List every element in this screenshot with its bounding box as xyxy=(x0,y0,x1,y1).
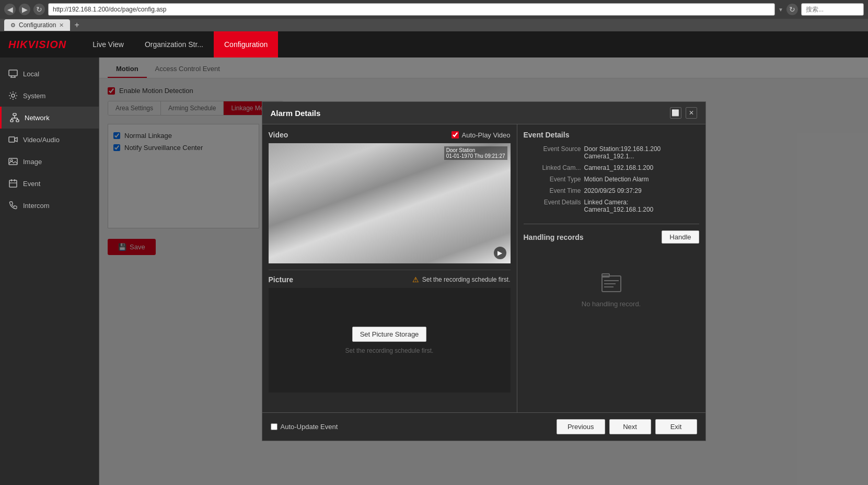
video-placeholder: Door Station 01-01-1970 Thu 09:21:27 ▶ xyxy=(269,143,511,263)
modal-title: Alarm Details xyxy=(271,109,321,118)
svg-rect-7 xyxy=(16,120,19,122)
modal-controls: ⬜ ✕ xyxy=(670,107,697,119)
video-play-button[interactable]: ▶ xyxy=(494,247,506,259)
sidebar-item-system[interactable]: System xyxy=(0,85,99,107)
event-source-label: Event Source xyxy=(524,145,581,160)
picture-note: Set the recording schedule first. xyxy=(345,347,434,354)
previous-button[interactable]: Previous xyxy=(557,419,605,434)
event-details-label: Event Details xyxy=(524,199,581,213)
sidebar: Local System Network Video/Audio xyxy=(0,57,99,485)
sidebar-item-event[interactable]: Event xyxy=(0,172,99,194)
video-time: 01-01-1970 Thu 09:21:27 xyxy=(446,153,505,159)
sidebar-label-system: System xyxy=(23,92,45,100)
browser-tab-bar: ⚙ Configuration ✕ + xyxy=(0,19,868,31)
event-row-type: Event Type Motion Detection Alarm xyxy=(524,176,699,183)
event-linked-cam-label: Linked Cam... xyxy=(524,164,581,171)
reload-button[interactable]: ↻ xyxy=(786,4,798,15)
sidebar-label-event: Event xyxy=(23,180,40,188)
browser-tab[interactable]: ⚙ Configuration ✕ xyxy=(4,19,70,31)
sidebar-label-local: Local xyxy=(23,70,39,78)
alarm-details-modal: Alarm Details ⬜ ✕ Video xyxy=(262,101,706,441)
nav-configuration[interactable]: Configuration xyxy=(214,31,278,57)
video-timestamp: Door Station 01-01-1970 Thu 09:21:27 xyxy=(444,146,507,160)
sidebar-item-intercom[interactable]: Intercom xyxy=(0,194,99,216)
video-section-title: Video xyxy=(269,131,288,139)
config-area: Motion Access Control Event Enable Motio… xyxy=(99,57,868,485)
handling-title: Handling records xyxy=(524,233,584,241)
main-content: Local System Network Video/Audio xyxy=(0,57,868,485)
picture-section: Picture ⚠ Set the recording schedule fir… xyxy=(269,270,511,392)
new-tab-icon[interactable]: + xyxy=(74,20,79,30)
svg-rect-21 xyxy=(604,280,619,281)
svg-marker-13 xyxy=(15,137,17,142)
svg-rect-14 xyxy=(9,158,17,165)
top-nav: HIKVISION Live View Organization Str... … xyxy=(0,31,868,57)
event-row-source: Event Source Door Station:192.168.1.200 … xyxy=(524,145,699,160)
next-button[interactable]: Next xyxy=(609,419,651,434)
tab-favicon: ⚙ xyxy=(10,22,16,29)
sidebar-label-video: Video/Audio xyxy=(23,136,60,144)
event-type-label: Event Type xyxy=(524,176,581,183)
network-icon xyxy=(10,113,19,122)
app: HIKVISION Live View Organization Str... … xyxy=(0,31,868,485)
modal-close-button[interactable]: ✕ xyxy=(686,107,697,119)
back-button[interactable]: ◀ xyxy=(4,4,16,15)
auto-update-row: Auto-Update Event xyxy=(271,423,338,431)
handling-header: Handling records Handle xyxy=(524,230,699,244)
svg-rect-12 xyxy=(9,137,15,142)
refresh-button[interactable]: ↻ xyxy=(33,4,45,15)
svg-rect-23 xyxy=(604,286,614,287)
video-player: Door Station 01-01-1970 Thu 09:21:27 ▶ xyxy=(269,143,511,263)
handle-button[interactable]: Handle xyxy=(662,230,699,244)
nav-live-view[interactable]: Live View xyxy=(82,31,134,57)
modal-footer: Auto-Update Event Previous Next Exit xyxy=(262,412,705,441)
image-icon xyxy=(8,157,18,166)
nav-organization[interactable]: Organization Str... xyxy=(134,31,214,57)
modal-left-panel: Video Auto-Play Video xyxy=(262,124,517,412)
sidebar-item-local[interactable]: Local xyxy=(0,63,99,85)
event-time-label: Event Time xyxy=(524,187,581,194)
auto-update-label: Auto-Update Event xyxy=(281,423,338,431)
picture-warning: ⚠ Set the recording schedule first. xyxy=(412,275,511,284)
exit-button[interactable]: Exit xyxy=(655,419,697,434)
svg-point-4 xyxy=(11,94,15,97)
url-bar[interactable] xyxy=(48,3,775,16)
auto-update-checkbox[interactable] xyxy=(271,423,277,430)
svg-rect-5 xyxy=(13,113,16,116)
gear-icon xyxy=(8,91,18,100)
video-station-label: Door Station xyxy=(446,147,476,153)
app-logo: HIKVISION xyxy=(8,39,66,51)
modal-right-panel: Event Details Event Source Door Station:… xyxy=(517,124,705,412)
monitor-icon xyxy=(8,69,18,78)
svg-rect-22 xyxy=(604,283,616,284)
auto-play-label: Auto-Play Video xyxy=(462,131,511,139)
browser-chrome: ◀ ▶ ↻ ▼ ↻ ⚙ Configuration ✕ + xyxy=(0,0,868,31)
warning-icon: ⚠ xyxy=(412,275,419,284)
tab-close-icon[interactable]: ✕ xyxy=(59,22,64,29)
no-record-area: No handling record. xyxy=(524,250,699,329)
svg-rect-0 xyxy=(9,70,17,76)
sidebar-label-intercom: Intercom xyxy=(23,202,50,210)
event-row-details: Event Details Linked Camera: Camera1_192… xyxy=(524,199,699,213)
event-source-value: Door Station:192.168.1.200 Camera1_192.1… xyxy=(584,145,699,160)
forward-button[interactable]: ▶ xyxy=(19,4,30,15)
phone-icon xyxy=(8,201,18,210)
event-type-value: Motion Detection Alarm xyxy=(584,176,699,183)
auto-play-checkbox[interactable] xyxy=(452,131,459,138)
sidebar-item-network[interactable]: Network xyxy=(0,107,99,129)
sidebar-item-image[interactable]: Image xyxy=(0,151,99,172)
event-details-title: Event Details xyxy=(524,131,699,139)
set-picture-storage-button[interactable]: Set Picture Storage xyxy=(352,327,427,342)
sidebar-label-network: Network xyxy=(25,114,50,122)
event-row-time: Event Time 2020/09/25 09:37:29 xyxy=(524,187,699,194)
tab-label: Configuration xyxy=(19,21,56,29)
video-section-header: Video Auto-Play Video xyxy=(269,131,511,139)
handling-section: Handling records Handle xyxy=(524,224,699,329)
event-row-linked-cam: Linked Cam... Camera1_192.168.1.200 xyxy=(524,164,699,171)
modal-header: Alarm Details ⬜ ✕ xyxy=(262,102,705,124)
modal-maximize-button[interactable]: ⬜ xyxy=(670,107,681,119)
url-dropdown-icon: ▼ xyxy=(778,7,783,13)
event-details-panel: Event Details Event Source Door Station:… xyxy=(524,131,699,213)
search-input[interactable] xyxy=(801,3,864,16)
sidebar-item-video-audio[interactable]: Video/Audio xyxy=(0,129,99,151)
